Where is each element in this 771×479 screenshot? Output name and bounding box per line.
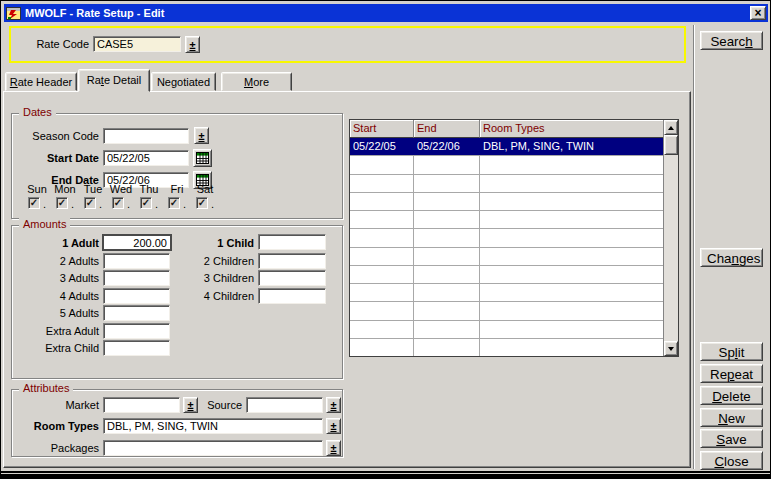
button-label: ges xyxy=(739,251,761,266)
weekday-cell-sun: Sun ✓ . xyxy=(23,183,51,209)
window-close-button[interactable]: × xyxy=(750,6,766,20)
amount-1-adult-label: 1 Adult xyxy=(12,236,99,251)
table-row-empty[interactable] xyxy=(350,175,663,193)
table-row-empty[interactable] xyxy=(350,339,663,356)
table-row-empty[interactable] xyxy=(350,156,663,174)
amount-extra-child-input[interactable] xyxy=(103,340,170,356)
split-button[interactable]: Split xyxy=(700,342,763,361)
rate-code-lov-button[interactable]: ± xyxy=(185,36,200,53)
weekday-cell-tue: Tue ✓ . xyxy=(79,183,107,209)
delete-button[interactable]: Delete xyxy=(700,386,763,405)
tab-label-key: M xyxy=(244,76,253,88)
lov-icon: ± xyxy=(330,442,336,454)
changes-button[interactable]: Changes xyxy=(700,248,763,267)
tab-rate-header[interactable]: Rate Header xyxy=(5,72,77,91)
weekday-checkboxes: Sun ✓ . Mon ✓ . Tue ✓ . xyxy=(23,183,222,209)
weekday-checkbox-mon[interactable]: ✓ xyxy=(56,197,68,209)
amount-3-children-input[interactable] xyxy=(258,270,326,286)
weekday-checkbox-wed[interactable]: ✓ xyxy=(112,197,124,209)
check-icon: ✓ xyxy=(142,198,150,208)
table-row-empty[interactable] xyxy=(350,193,663,211)
lov-icon: ± xyxy=(198,130,204,142)
table-header-start: Start xyxy=(350,120,414,138)
amount-1-child-label: 1 Child xyxy=(154,236,254,251)
check-icon: ✓ xyxy=(30,198,38,208)
weekday-checkbox-tue[interactable]: ✓ xyxy=(84,197,96,209)
weekday-dot: . xyxy=(211,199,214,209)
weekday-checkbox-thu[interactable]: ✓ xyxy=(140,197,152,209)
market-input[interactable] xyxy=(103,397,180,413)
season-code-lov-button[interactable]: ± xyxy=(194,127,209,144)
lov-icon: ± xyxy=(187,399,193,411)
table-row-empty[interactable] xyxy=(350,266,663,284)
weekday-cell-wed: Wed ✓ . xyxy=(107,183,135,209)
table-row-empty[interactable] xyxy=(350,211,663,229)
packages-lov-button[interactable]: ± xyxy=(326,440,341,456)
amount-2-adults-label: 2 Adults xyxy=(12,254,99,269)
table-row-selected[interactable]: 05/22/05 05/22/06 DBL, PM, SING, TWIN xyxy=(350,138,663,156)
button-label-key: n xyxy=(731,251,738,266)
app-icon xyxy=(6,7,21,20)
button-label-key: S xyxy=(716,432,725,447)
button-label: Cha xyxy=(707,251,731,266)
button-label-key: h xyxy=(745,34,752,49)
check-icon: ✓ xyxy=(114,198,122,208)
source-input[interactable] xyxy=(246,397,323,413)
amount-4-children-label: 4 Children xyxy=(154,289,254,304)
button-label: it xyxy=(738,345,745,360)
check-icon: ✓ xyxy=(170,198,178,208)
table-header-row: Start End Room Types xyxy=(350,120,663,138)
table-scrollbar[interactable] xyxy=(663,120,678,356)
tab-label: ate Header xyxy=(18,76,72,88)
button-label: Searc xyxy=(710,34,745,49)
tab-rate-detail[interactable]: Rate Detail xyxy=(78,69,150,92)
weekday-checkbox-sat[interactable]: ✓ xyxy=(196,197,208,209)
market-lov-button[interactable]: ± xyxy=(183,397,198,413)
start-date-input[interactable] xyxy=(103,150,189,166)
arrow-down-icon xyxy=(668,347,674,351)
amounts-group: Amounts 1 Adult 2 Adults 3 Adults 4 Adul… xyxy=(11,225,343,379)
tab-label-key: R xyxy=(10,76,18,88)
amount-4-adults-label: 4 Adults xyxy=(12,289,99,304)
tab-more[interactable]: More xyxy=(221,72,292,91)
new-button[interactable]: New xyxy=(700,408,763,427)
weekday-checkbox-fri[interactable]: ✓ xyxy=(168,197,180,209)
weekday-checkbox-sun[interactable]: ✓ xyxy=(28,197,40,209)
window-title: MWOLF - Rate Setup - Edit xyxy=(25,7,750,19)
amount-2-children-input[interactable] xyxy=(258,253,326,269)
start-date-calendar-button[interactable] xyxy=(193,149,212,167)
repeat-button[interactable]: Repeat xyxy=(700,364,763,383)
room-types-lov-button[interactable]: ± xyxy=(326,418,341,434)
scroll-down-button[interactable] xyxy=(664,341,678,356)
amount-4-children-input[interactable] xyxy=(258,288,326,304)
source-lov-button[interactable]: ± xyxy=(326,397,341,413)
button-label: eat xyxy=(734,367,753,382)
room-types-input[interactable] xyxy=(103,418,323,434)
amount-2-children-label: 2 Children xyxy=(154,254,254,269)
weekday-label: Wed xyxy=(110,183,132,196)
table-row-empty[interactable] xyxy=(350,302,663,320)
table-row-empty[interactable] xyxy=(350,248,663,266)
save-button[interactable]: Save xyxy=(700,429,763,448)
cell-room-types: DBL, PM, SING, TWIN xyxy=(480,138,663,155)
amount-extra-adult-input[interactable] xyxy=(103,323,170,339)
check-icon: ✓ xyxy=(86,198,94,208)
amount-5-adults-input[interactable] xyxy=(103,305,170,321)
search-button[interactable]: Search xyxy=(700,31,763,50)
season-code-input[interactable] xyxy=(103,128,189,144)
table-row-empty[interactable] xyxy=(350,321,663,339)
dates-group: Dates Season Code ± Start Date End Date xyxy=(11,113,343,219)
packages-input[interactable] xyxy=(103,440,323,456)
amount-1-child-input[interactable] xyxy=(258,234,326,250)
tab-negotiated[interactable]: Negotiated xyxy=(151,72,216,91)
scroll-up-button[interactable] xyxy=(664,120,678,135)
amount-extra-child-label: Extra Child xyxy=(12,341,99,356)
cell-start: 05/22/05 xyxy=(350,138,414,155)
table-row-empty[interactable] xyxy=(350,229,663,247)
rate-code-input[interactable] xyxy=(93,36,181,52)
weekday-label: Fri xyxy=(171,183,184,196)
table-row-empty[interactable] xyxy=(350,284,663,302)
close-button[interactable]: Close xyxy=(700,451,763,470)
scrollbar-thumb[interactable] xyxy=(664,135,678,155)
scrollbar-track[interactable] xyxy=(664,155,678,341)
